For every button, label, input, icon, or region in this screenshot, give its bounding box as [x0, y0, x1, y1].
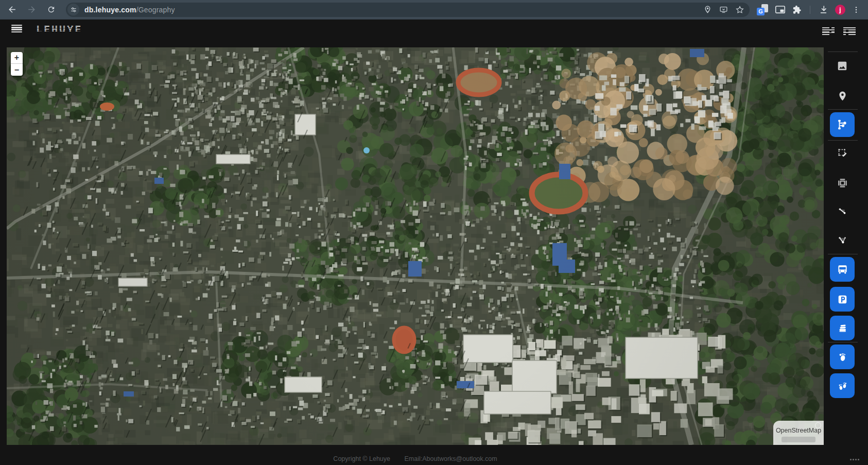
- bus-tool-button[interactable]: [830, 257, 855, 282]
- layers-tool-button[interactable]: [830, 316, 855, 340]
- app-header: LEHUYE: [0, 20, 868, 47]
- image-icon: [837, 60, 848, 72]
- parking-tool-button[interactable]: [830, 287, 855, 312]
- reload-button[interactable]: [44, 3, 58, 16]
- header-legend-icon[interactable]: [822, 27, 835, 36]
- url-text: db.lehuye.com/Geography: [84, 6, 175, 14]
- toolbar-separator: [810, 6, 810, 14]
- footprint-icon: [836, 351, 849, 364]
- forward-button[interactable]: [25, 3, 38, 16]
- footprints-tool-button[interactable]: [830, 373, 855, 398]
- extensions-puzzle-icon[interactable]: [792, 5, 802, 14]
- picture-in-picture-icon[interactable]: [775, 5, 786, 14]
- measure-polyline-tool-button[interactable]: [836, 234, 848, 246]
- translate-extension-icon[interactable]: G: [757, 4, 768, 15]
- url-bar[interactable]: db.lehuye.com/Geography: [66, 3, 750, 17]
- measure-polyline-icon: [837, 234, 848, 246]
- location-pin-icon: [837, 91, 848, 101]
- layers-icon: [836, 322, 849, 335]
- menu-hamburger-icon[interactable]: [11, 25, 22, 32]
- zoom-in-button[interactable]: +: [11, 52, 23, 64]
- back-button[interactable]: [5, 3, 19, 16]
- resize-dots: [850, 459, 859, 460]
- map-zoom-control: + −: [11, 52, 23, 76]
- location-permission-icon[interactable]: [703, 5, 712, 14]
- forward-arrow-icon: [27, 5, 37, 14]
- install-app-icon[interactable]: [719, 5, 728, 14]
- tool-rail: [824, 47, 868, 454]
- footprint-tool-button[interactable]: [830, 345, 855, 369]
- page-footer: Copyright © Lehuye Email:Aboutworks@outl…: [7, 455, 824, 462]
- footprints-icon: [836, 380, 849, 392]
- parking-icon: [836, 293, 849, 306]
- location-pin-tool-button[interactable]: [836, 90, 848, 102]
- rail-divider: [828, 109, 858, 110]
- back-arrow-icon: [7, 5, 17, 14]
- rail-divider: [828, 140, 858, 141]
- route-plan-icon: [836, 118, 848, 131]
- bus-icon: [836, 263, 849, 276]
- app-logo[interactable]: LEHUYE: [36, 25, 82, 33]
- rail-divider: [828, 51, 858, 52]
- frame-select-icon: [837, 177, 848, 189]
- reload-icon: [47, 5, 56, 14]
- url-host: db.lehuye.com: [84, 6, 136, 14]
- url-path: /Geography: [136, 6, 175, 14]
- map-attribution[interactable]: OpenStreetMap: [773, 421, 824, 445]
- satellite-map-canvas[interactable]: [7, 47, 824, 445]
- attribution-text[interactable]: OpenStreetMap: [773, 427, 824, 434]
- measure-line-tool-button[interactable]: [836, 205, 848, 217]
- footer-email: Email:Aboutworks@outlook.com: [405, 455, 497, 462]
- attribution-highlight: [782, 437, 815, 442]
- downloads-icon[interactable]: [819, 5, 828, 14]
- browser-chrome: db.lehuye.com/Geography G j: [0, 0, 868, 20]
- rail-divider: [828, 342, 858, 342]
- measure-line-icon: [837, 205, 848, 217]
- zoom-out-button[interactable]: −: [11, 64, 23, 76]
- frame-select-tool-button[interactable]: [836, 177, 848, 189]
- draw-polygon-icon: [837, 147, 848, 159]
- map-viewport[interactable]: + − OpenStreetMap: [7, 47, 824, 445]
- browser-menu-kebab-icon[interactable]: [852, 6, 860, 14]
- rail-divider: [828, 254, 858, 254]
- footer-copyright: Copyright © Lehuye: [333, 455, 390, 462]
- draw-polygon-tool-button[interactable]: [836, 147, 848, 159]
- tune-icon: [70, 6, 77, 13]
- site-settings-button[interactable]: [67, 4, 79, 15]
- image-tool-button[interactable]: [836, 60, 848, 72]
- bookmark-star-icon[interactable]: [735, 5, 744, 14]
- route-plan-tool-button[interactable]: [830, 112, 855, 137]
- profile-avatar[interactable]: j: [835, 5, 845, 15]
- header-panel-icon[interactable]: [843, 27, 856, 36]
